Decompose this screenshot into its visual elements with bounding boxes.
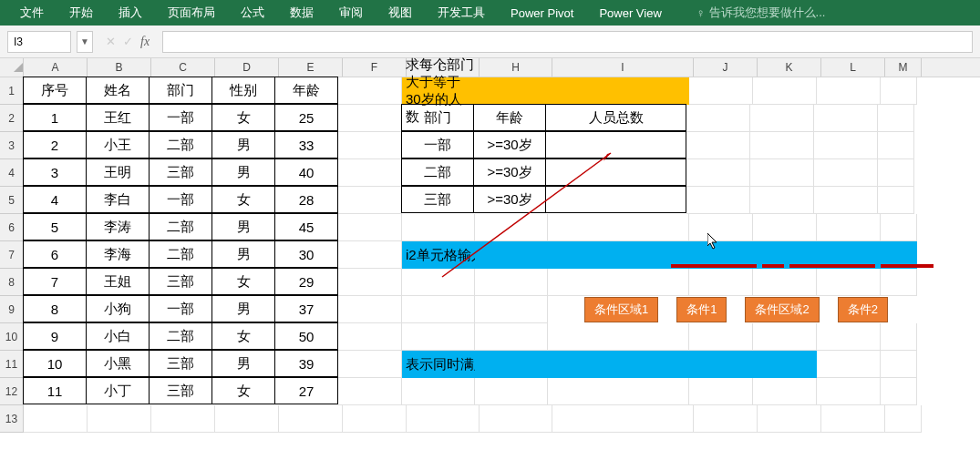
cell[interactable]: 33 (274, 131, 338, 158)
cell[interactable]: 小黑 (86, 350, 150, 377)
cell[interactable]: 6 (23, 240, 87, 268)
col-header[interactable]: K (758, 58, 821, 77)
cell[interactable] (402, 269, 475, 296)
cell[interactable]: 王红 (86, 104, 150, 131)
cell[interactable] (545, 158, 686, 186)
cell[interactable] (753, 351, 817, 378)
formula-input[interactable] (162, 31, 973, 53)
cell[interactable] (548, 214, 689, 241)
cell[interactable] (694, 405, 758, 433)
col-header[interactable]: I (552, 58, 694, 77)
cell[interactable] (686, 132, 750, 159)
cell[interactable] (475, 296, 548, 323)
cell[interactable]: 男 (211, 295, 275, 322)
cell[interactable] (881, 296, 917, 323)
col-header[interactable]: H (480, 58, 552, 77)
cell[interactable] (338, 105, 402, 132)
cell[interactable] (689, 214, 753, 241)
row-header[interactable]: 13 (0, 405, 24, 433)
cell[interactable] (338, 214, 402, 241)
cell[interactable] (475, 214, 548, 241)
cell[interactable]: 条件区域1条件1条件区域2条件2 (548, 296, 689, 323)
cell[interactable] (817, 296, 881, 323)
cell[interactable]: 40 (274, 158, 338, 186)
tab-powerview[interactable]: Power View (586, 3, 674, 24)
cell[interactable]: 5 (23, 213, 87, 240)
cell[interactable] (480, 405, 552, 433)
cell[interactable] (753, 378, 817, 405)
cell[interactable] (338, 269, 402, 296)
col-header[interactable]: A (24, 58, 88, 77)
tell-me-search[interactable]: ♀ 告诉我您想要做什么... (684, 1, 839, 25)
row-header[interactable]: 11 (0, 351, 24, 378)
name-box-dropdown[interactable]: ▼ (77, 31, 93, 53)
cell[interactable]: 7 (23, 268, 87, 295)
cell[interactable]: 27 (274, 377, 338, 404)
cell[interactable] (753, 214, 817, 241)
confirm-formula-icon[interactable]: ✓ (123, 35, 133, 48)
row-header[interactable]: 9 (0, 296, 24, 323)
cell[interactable] (881, 351, 917, 378)
cell[interactable] (548, 323, 689, 351)
cell[interactable] (689, 77, 753, 105)
cell[interactable] (814, 105, 878, 132)
cell[interactable] (343, 405, 407, 433)
cell[interactable]: 女 (211, 377, 275, 404)
cell[interactable] (88, 405, 151, 433)
cell[interactable] (338, 187, 402, 214)
cell[interactable] (279, 405, 343, 433)
cell[interactable] (881, 378, 917, 405)
cell[interactable] (548, 378, 689, 405)
cell[interactable] (548, 241, 689, 269)
cell[interactable] (407, 405, 480, 433)
col-header[interactable]: D (215, 58, 279, 77)
cell[interactable]: 小丁 (86, 377, 150, 404)
cell[interactable] (338, 159, 402, 187)
cell[interactable] (475, 351, 548, 378)
tab-view[interactable]: 视图 (376, 1, 425, 25)
cell[interactable] (548, 351, 689, 378)
cell[interactable] (475, 77, 548, 105)
cell[interactable]: i2单元格输入公式=COUNTIFS($C$2:$C$12,G3,$E$2:$E… (402, 241, 475, 269)
cell[interactable]: >=30岁 (473, 158, 546, 186)
cell[interactable] (750, 159, 814, 187)
cell[interactable]: 女 (211, 268, 275, 295)
tab-review[interactable]: 审阅 (326, 1, 376, 25)
cell[interactable] (750, 132, 814, 159)
cell[interactable] (753, 323, 817, 351)
cell[interactable]: 表示同时满足部门和年龄的人数，下拉填充公式。 (402, 351, 475, 378)
cell[interactable]: >=30岁 (473, 186, 546, 213)
cell[interactable] (814, 132, 878, 159)
cell[interactable] (215, 405, 279, 433)
cell[interactable]: 30 (274, 240, 338, 268)
cell[interactable] (817, 378, 881, 405)
cell[interactable] (689, 269, 753, 296)
cell[interactable]: 三部 (401, 186, 474, 213)
cell[interactable]: 男 (211, 131, 275, 158)
cell[interactable] (750, 105, 814, 132)
cell[interactable]: 姓名 (86, 77, 150, 104)
tab-data[interactable]: 数据 (277, 1, 326, 25)
cell[interactable]: 三部 (149, 158, 212, 186)
cell[interactable]: 人员总数 (545, 104, 686, 131)
cell[interactable]: 11 (23, 377, 87, 404)
cell[interactable]: 男 (211, 213, 275, 240)
cell[interactable]: 小狗 (86, 295, 150, 322)
cell[interactable]: 8 (23, 295, 87, 322)
cell[interactable]: 女 (211, 186, 275, 213)
cell[interactable] (817, 77, 881, 105)
cell[interactable]: 男 (211, 158, 275, 186)
cell[interactable]: 性别 (211, 77, 275, 104)
cell[interactable] (814, 187, 878, 214)
cell[interactable] (885, 405, 922, 433)
cell[interactable] (753, 296, 817, 323)
row-header[interactable]: 2 (0, 105, 24, 132)
cell[interactable] (817, 351, 881, 378)
cell[interactable]: 年龄 (473, 104, 546, 131)
cell[interactable] (548, 77, 689, 105)
select-all-corner[interactable] (0, 58, 24, 77)
cell[interactable]: 部门 (401, 104, 474, 131)
cell[interactable]: 年龄 (274, 77, 338, 104)
cell[interactable] (878, 159, 914, 187)
fx-icon[interactable]: fx (140, 35, 150, 49)
